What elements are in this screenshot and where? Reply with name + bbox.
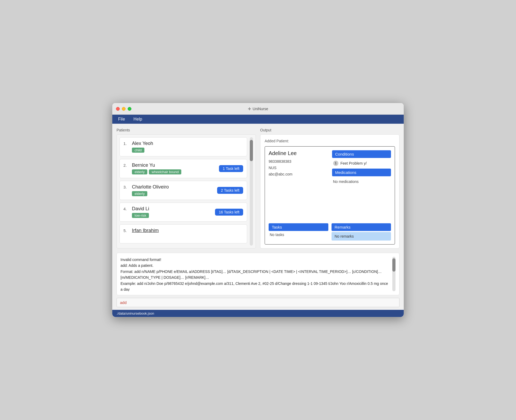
menu-file[interactable]: File [117, 116, 127, 122]
command-input[interactable] [117, 298, 399, 307]
no-medications: No medications [332, 178, 391, 185]
patient-card[interactable]: 5.Irfan Ibrahim [119, 224, 247, 243]
patient-detail-right: Conditions 1 Feet Problem y/ Medications… [332, 150, 391, 185]
app-title: ✛ UniNurse [248, 107, 268, 111]
console-line: Example: add n/John Doe p/98765432 e/joh… [121, 281, 390, 291]
remarks-content: No remarks [332, 232, 391, 241]
patient-name: Alex Yeoh [132, 141, 243, 146]
patient-number: 2. [123, 162, 129, 168]
task-badge[interactable]: 1 Task left [219, 165, 243, 172]
patient-name: David Li [132, 206, 212, 212]
patient-detail-left: Adeline Lee 98338838383 NUS abc@abc.com [269, 150, 328, 185]
medications-header: Medications [332, 169, 391, 176]
patients-scrollbar-thumb[interactable] [250, 140, 253, 161]
patient-name: Irfan Ibrahim [132, 228, 243, 233]
patient-number: 3. [123, 184, 129, 189]
patient-info: Charlotte Oliveiroelderly [132, 184, 214, 196]
added-patient-label: Added Patient: [265, 139, 395, 143]
remarks-header: Remarks [332, 223, 391, 231]
console-line: Invalid command format! [121, 257, 390, 263]
app-window: ✛ UniNurse File Help Patients 1.Alex Yeo… [112, 103, 404, 317]
patient-card[interactable]: 4.David Lilow-risk16 Tasks left [119, 203, 247, 222]
patient-number: 1. [123, 141, 129, 146]
output-panel-title: Output [260, 128, 399, 132]
traffic-lights [116, 107, 131, 111]
console-text: Invalid command format!add: Adds a patie… [121, 257, 390, 291]
patient-tags: low-risk [132, 213, 212, 218]
patient-detail-contact: 98338838383 NUS abc@abc.com [269, 158, 328, 177]
patients-panel: Patients 1.Alex Yeohchild2.Bernice Yueld… [117, 128, 256, 248]
panels-row: Patients 1.Alex Yeohchild2.Bernice Yueld… [112, 124, 404, 253]
output-panel: Output Added Patient: Adeline Lee 983388… [260, 128, 399, 248]
tasks-section: Tasks No tasks [269, 223, 328, 241]
task-badge[interactable]: 16 Tasks left [215, 209, 243, 216]
maximize-button[interactable] [128, 107, 131, 111]
patient-phone: 98338838383 [269, 158, 328, 165]
patient-name: Bernice Yu [132, 162, 216, 168]
patient-info: Irfan Ibrahim [132, 228, 243, 235]
main-area: Patients 1.Alex Yeohchild2.Bernice Yueld… [112, 124, 404, 310]
patients-panel-title: Patients [117, 128, 256, 132]
patient-address: NUS [269, 165, 328, 171]
patient-card[interactable]: 1.Alex Yeohchild [119, 137, 247, 156]
patient-info: David Lilow-risk [132, 206, 212, 218]
patient-tag: child [132, 148, 144, 153]
patient-email: abc@abc.com [269, 171, 328, 178]
app-icon: ✛ [248, 107, 251, 111]
condition-item: 1 Feet Problem y/ [332, 160, 391, 166]
tasks-content: No tasks [269, 231, 328, 238]
patient-tag: elderly [132, 191, 147, 196]
menu-help[interactable]: Help [132, 116, 144, 122]
patients-list-container: 1.Alex Yeohchild2.Bernice Yuelderlywheel… [117, 134, 256, 248]
command-area [117, 298, 399, 307]
patient-number: 4. [123, 206, 129, 211]
patient-tag: wheelchair bound [149, 169, 181, 174]
statusbar: ./data/uninursebook.json [112, 310, 404, 317]
patient-card[interactable]: 2.Bernice Yuelderlywheelchair bound1 Tas… [119, 159, 247, 178]
condition-number: 1 [333, 161, 338, 166]
patient-card[interactable]: 3.Charlotte Oliveiroelderly2 Tasks left [119, 181, 247, 200]
console-area: Invalid command format!add: Adds a patie… [117, 253, 399, 295]
patient-tag: elderly [132, 169, 147, 174]
statusbar-text: ./data/uninursebook.json [117, 311, 154, 315]
patient-number: 5. [123, 228, 129, 233]
output-content: Added Patient: Adeline Lee 98338838383 N… [260, 134, 399, 248]
titlebar: ✛ UniNurse [112, 103, 404, 115]
console-scrollbar-track[interactable] [392, 257, 395, 291]
task-badge[interactable]: 2 Tasks left [217, 187, 243, 194]
patient-detail-name: Adeline Lee [269, 150, 328, 156]
minimize-button[interactable] [122, 107, 126, 111]
console-line: add: Adds a patient. [121, 263, 390, 268]
patients-list: 1.Alex Yeohchild2.Bernice Yuelderlywheel… [119, 137, 248, 246]
patient-tags: elderly [132, 191, 214, 196]
patient-detail-top: Adeline Lee 98338838383 NUS abc@abc.com … [269, 150, 391, 185]
patient-info: Bernice Yuelderlywheelchair bound [132, 162, 216, 174]
conditions-header: Conditions [332, 150, 391, 158]
condition-text: Feet Problem y/ [341, 161, 367, 165]
patient-tags: child [132, 148, 243, 153]
console-scrollbar-thumb[interactable] [392, 258, 395, 272]
close-button[interactable] [116, 107, 120, 111]
remarks-section: Remarks No remarks [332, 223, 391, 241]
tasks-header: Tasks [269, 223, 328, 231]
patient-detail-box: Adeline Lee 98338838383 NUS abc@abc.com … [265, 146, 395, 245]
patient-detail-bottom: Tasks No tasks Remarks No remarks [269, 223, 391, 241]
patient-tags: elderlywheelchair bound [132, 169, 216, 174]
patient-info: Alex Yeohchild [132, 141, 243, 153]
patients-scrollbar-track[interactable] [250, 137, 253, 246]
menubar: File Help [112, 115, 404, 124]
patient-name: Charlotte Oliveiro [132, 184, 214, 190]
patient-tag: low-risk [132, 213, 149, 218]
console-line: Format: add n/NAME p/PHONE e/EMAIL a/ADD… [121, 269, 390, 281]
